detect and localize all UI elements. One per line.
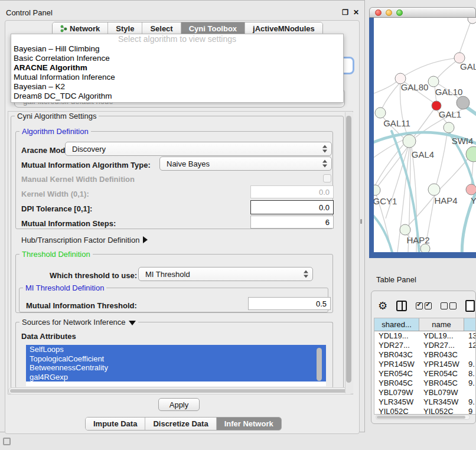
algorithm-dropdown-popup: Select algorithm to view settings Bayesi… [11,34,344,103]
close-window-icon[interactable]: ✕ [353,8,359,17]
network-node-gal4[interactable] [403,135,416,148]
zoom-traffic-light-icon[interactable] [396,9,403,16]
float-window-icon[interactable]: ❐ [342,8,348,17]
gear-icon[interactable]: ⚙ [378,301,387,311]
table-hscrollbar-thumb[interactable] [377,416,465,419]
tab-discretize-data[interactable]: Discretize Data [145,418,216,430]
columns-icon[interactable] [396,301,407,311]
combo-stepper-icon [304,270,309,278]
table-row[interactable]: YPR145WYPR145W9. [374,360,475,369]
table-header-row: shared...nameA [374,318,475,331]
node-label-gal1: GAL1 [439,109,461,119]
mi-steps-field[interactable]: 6 [250,216,334,229]
attribute-item-selfloops[interactable]: SelfLoops [26,345,326,354]
control-panel-title: Control Panel [6,8,53,17]
network-node-hap4[interactable] [428,184,440,195]
close-traffic-light-icon[interactable] [375,9,382,16]
table-row[interactable]: YER054CYER054C8. [374,369,475,379]
settings-hscrollbar[interactable] [8,387,353,394]
algorithm-option-basic-correlation-inference[interactable]: Basic Correlation Inference [11,54,343,63]
attributes-scrollbar-thumb[interactable] [317,348,322,381]
node-label-gal4: GAL4 [412,149,434,159]
combo-stepper-icon [322,160,328,168]
algorithm-option-dream8-dc-tdc-algorithm[interactable]: Dream8 DC_TDC Algorithm [11,92,343,101]
kernel-width-value: 0.0 [319,188,330,197]
table-row[interactable]: YLR345WYLR345W9. [374,397,475,407]
table-row[interactable]: YDR27...YDR27...12 [374,341,475,350]
node-label-hap4: HAP4 [434,195,457,206]
apply-button[interactable]: Apply [158,398,200,411]
network-icon [60,25,67,32]
algorithm-option-bayesian-hill-climbing[interactable]: Bayesian – Hill Climbing [11,44,343,54]
node-label-y: Y [471,195,476,206]
node-label-hap2: HAP2 [406,235,429,245]
network-node-gcy1[interactable] [374,185,380,195]
network-node-gal11[interactable] [375,107,386,118]
column-header-a[interactable]: A [464,318,476,331]
which-threshold-combo[interactable]: MI Threshold [138,267,313,281]
network-node-swi4[interactable] [444,122,454,133]
file-icon[interactable] [465,300,475,312]
which-threshold-label: Which threshold to use: [50,271,137,280]
algorithm-option-bayesian-k2[interactable]: Bayesian – K2 [11,82,343,92]
algorithm-definition-title: Algorithm Definition [19,127,91,136]
network-node-y[interactable] [466,184,476,195]
combo-stepper-icon [322,145,328,153]
data-attributes-label: Data Attributes [21,332,76,341]
tab-infer-network[interactable]: Infer Network [217,418,281,430]
tab-network[interactable]: Network [53,22,108,35]
settings-hscrollbar-thumb[interactable] [10,389,350,393]
tab-cyni-toolbox[interactable]: Cyni Toolbox [181,22,245,35]
mi-algorithm-type-label: Mutual Information Algorithm Type: [21,161,151,169]
table-row[interactable]: YBR043CYBR043C [374,350,475,360]
tab-jactivemnodules[interactable]: jActiveMNodules [245,22,322,35]
network-node[interactable] [420,244,430,252]
table-row[interactable]: YIL052CYIL052C9 [374,407,475,415]
data-attributes-list[interactable]: SelfLoopsTopologicalCoefficientBetweenne… [26,345,326,386]
tab-impute-data[interactable]: Impute Data [86,418,145,430]
hub-definition-expander[interactable]: Hub/Transcription Factor Definition [21,236,148,244]
node-label-gal: GAL [460,61,476,71]
network-node-hap2[interactable] [400,224,410,235]
settings-vscrollbar-thumb[interactable] [346,116,351,383]
collapsed-panel-icon[interactable] [3,438,11,445]
aracne-mode-combo[interactable]: Discovery [65,142,332,156]
network-node[interactable] [468,18,476,24]
node-label-gal10: GAL10 [435,87,463,97]
node-table[interactable]: shared...nameA YDL19...YDL19...13YDR27..… [374,318,476,415]
mi-threshold-field[interactable]: 0.5 [248,297,331,310]
tab-style[interactable]: Style [108,22,142,35]
panel-divider-handle[interactable] [360,219,362,224]
network-window-titlebar[interactable] [369,7,476,18]
algorithm-option-aracne-algorithm[interactable]: ARACNE Algorithm [11,63,343,73]
table-row[interactable]: YBL079WYBL079W [374,388,475,397]
dpi-tolerance-field[interactable]: 0.0 [250,200,334,214]
collapse-down-icon [129,321,136,325]
tab-select[interactable]: Select [142,22,181,35]
mi-threshold-label: Mutual Information Threshold: [26,301,137,310]
manual-kernel-width-checkbox[interactable] [323,174,331,182]
network-node[interactable] [457,96,470,109]
column-header-shared[interactable]: shared... [374,318,419,331]
deselect-all-checkboxes-icon[interactable] [441,302,457,309]
kernel-width-label: Kernel Width (0,1): [21,190,89,198]
table-row[interactable]: YDL19...YDL19...13 [374,331,475,341]
minimize-traffic-light-icon[interactable] [386,9,392,16]
table-row[interactable]: YBR045CYBR045C9. [374,379,475,388]
kernel-width-field[interactable]: 0.0 [250,185,334,198]
network-nodes[interactable]: GALGAL80GAL10GAL1GAL11SWI4GAL4GCY1HAP4YH… [374,18,476,252]
bottom-tab-bar: Impute DataDiscretize DataInfer Network [85,417,282,431]
algorithm-option-mutual-information-inference[interactable]: Mutual Information Inference [11,73,343,82]
attribute-item-gal4rgexp[interactable]: gal4RGexp [26,373,326,382]
mi-threshold-value: 0.5 [316,299,327,308]
select-all-checkboxes-icon[interactable] [416,302,432,309]
attribute-item-topologicalcoefficient[interactable]: TopologicalCoefficient [26,354,326,364]
network-node-gal10[interactable] [428,76,439,87]
attribute-item-betweennesscentrality[interactable]: BetweennessCentrality [26,363,326,373]
network-canvas[interactable]: GALGAL80GAL10GAL1GAL11SWI4GAL4GCY1HAP4YH… [374,18,476,252]
algorithm-dropdown-prompt: Select algorithm to view settings [11,34,343,44]
column-header-name[interactable]: name [419,318,464,331]
which-threshold-value: MI Threshold [145,270,190,279]
mi-algorithm-type-combo[interactable]: Naive Bayes [159,156,332,171]
expand-right-icon [143,236,148,243]
